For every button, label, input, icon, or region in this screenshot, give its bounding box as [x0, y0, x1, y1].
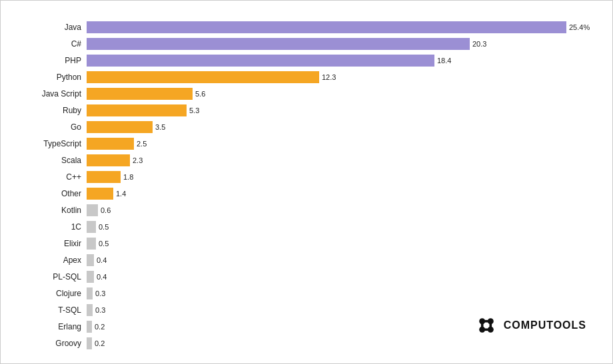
bar-label: Groovy — [13, 339, 87, 348]
logo-area: COMPUTOOLS — [474, 313, 586, 337]
bar-value: 0.5 — [99, 223, 109, 231]
bar-value: 0.6 — [101, 206, 111, 214]
bar-row: Go3.5 — [13, 120, 533, 134]
bar-row: 1C0.5 — [13, 220, 533, 234]
bar-fill — [87, 304, 93, 316]
bar-track: 0.5 — [87, 238, 533, 250]
bar-row: PL-SQL0.4 — [13, 270, 533, 284]
bar-row: PHP18.4 — [13, 53, 533, 68]
bar-track: 2.5 — [87, 138, 533, 150]
svg-point-2 — [479, 327, 485, 333]
bar-row: Python12.3 — [13, 70, 533, 85]
bar-fill — [87, 21, 566, 33]
bar-track: 0.6 — [87, 204, 533, 216]
bar-label: Go — [13, 122, 87, 132]
logo-icon — [474, 313, 498, 337]
bar-fill — [87, 121, 153, 133]
svg-rect-6 — [484, 320, 488, 323]
bar-row: Other1.4 — [13, 186, 533, 201]
bar-row: Erlang0.2 — [13, 319, 533, 334]
bar-track: 0.3 — [87, 304, 533, 316]
bar-label: C++ — [13, 172, 87, 182]
bar-fill — [87, 88, 193, 100]
bar-value: 25.4% — [569, 23, 590, 31]
bar-value: 12.3 — [322, 73, 336, 81]
bar-row: Kotlin0.6 — [13, 203, 533, 218]
bar-row: C#20.3 — [13, 37, 533, 51]
bar-label: PL-SQL — [13, 272, 87, 281]
bar-row: Scala2.3 — [13, 153, 533, 168]
bar-track: 18.4 — [87, 55, 533, 67]
bar-row: Ruby5.3 — [13, 103, 533, 118]
bar-track: 0.2 — [87, 321, 533, 333]
bar-value: 0.4 — [97, 256, 107, 264]
bar-track: 3.5 — [87, 121, 533, 133]
bar-label: Clojure — [13, 289, 87, 298]
bar-label: Kotlin — [13, 206, 87, 215]
bar-row: C++1.8 — [13, 170, 533, 184]
bar-value: 2.5 — [137, 140, 147, 148]
bar-track: 2.3 — [87, 154, 533, 166]
bar-track: 0.3 — [87, 287, 533, 299]
bar-track: 25.4% — [87, 21, 590, 33]
bar-label: PHP — [13, 56, 87, 65]
bar-value: 18.4 — [437, 57, 451, 65]
bar-label: 1C — [13, 222, 87, 232]
bar-row: TypeScript2.5 — [13, 136, 533, 151]
bar-track: 0.2 — [87, 337, 533, 349]
bar-value: 20.3 — [472, 40, 486, 48]
bar-track: 5.6 — [87, 88, 533, 100]
bar-fill — [87, 238, 96, 250]
bar-fill — [87, 188, 113, 200]
bar-row: Java Script5.6 — [13, 87, 533, 101]
logo-text: COMPUTOOLS — [504, 319, 586, 331]
bar-row: Java25.4% — [13, 20, 533, 35]
svg-rect-4 — [481, 323, 484, 327]
bar-value: 2.3 — [133, 156, 143, 164]
bar-track: 0.4 — [87, 254, 533, 266]
svg-rect-5 — [489, 323, 492, 327]
bar-value: 0.5 — [99, 240, 109, 248]
bar-label: C# — [13, 39, 87, 49]
bar-track: 5.3 — [87, 104, 533, 116]
bar-value: 0.2 — [95, 339, 105, 347]
bar-row: Elixir0.5 — [13, 236, 533, 251]
bar-track: 20.3 — [87, 38, 533, 50]
bar-fill — [87, 221, 96, 233]
bar-label: Scala — [13, 156, 87, 165]
bar-value: 5.6 — [195, 90, 205, 98]
bar-track: 0.5 — [87, 221, 533, 233]
bar-fill — [87, 71, 319, 83]
bar-fill — [87, 337, 92, 349]
bar-value: 0.2 — [95, 323, 105, 331]
bar-label: Ruby — [13, 106, 87, 115]
bar-label: TypeScript — [13, 139, 87, 148]
chart-container: Java25.4%C#20.3PHP18.4Python12.3Java Scr… — [7, 7, 606, 357]
bar-fill — [87, 287, 93, 299]
bar-value: 0.3 — [95, 289, 105, 297]
chart-area: Java25.4%C#20.3PHP18.4Python12.3Java Scr… — [13, 20, 533, 351]
bar-value: 3.5 — [155, 123, 165, 131]
bar-fill — [87, 104, 187, 116]
bar-fill — [87, 55, 434, 67]
bar-fill — [87, 254, 94, 266]
svg-point-0 — [479, 318, 485, 324]
bar-fill — [87, 154, 130, 166]
bar-label: Java — [13, 23, 87, 32]
bar-label: Apex — [13, 256, 87, 265]
bar-row: Clojure0.3 — [13, 286, 533, 301]
bar-row: Groovy0.2 — [13, 336, 533, 351]
bar-track: 1.8 — [87, 171, 533, 183]
bar-fill — [87, 321, 92, 333]
bar-row: T-SQL0.3 — [13, 303, 533, 317]
bar-value: 0.3 — [95, 306, 105, 314]
bar-value: 0.4 — [97, 273, 107, 281]
bar-label: Erlang — [13, 322, 87, 331]
bar-label: Elixir — [13, 239, 87, 248]
bar-label: Java Script — [13, 89, 87, 98]
bar-fill — [87, 204, 98, 216]
bar-fill — [87, 171, 121, 183]
bar-label: Other — [13, 189, 87, 198]
bar-label: T-SQL — [13, 305, 87, 315]
bar-value: 1.8 — [123, 173, 133, 181]
